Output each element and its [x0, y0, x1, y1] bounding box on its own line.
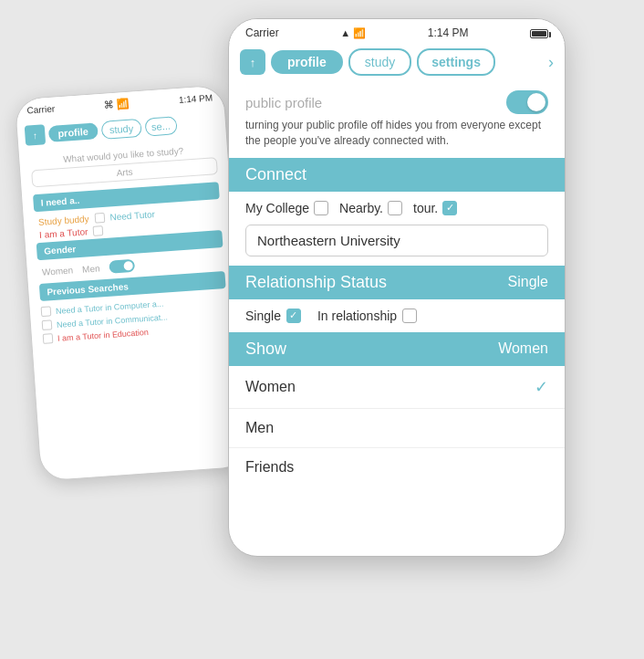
- bg-prev-label-3: I am a Tutor in Education: [57, 327, 150, 342]
- bg-women-label: Women: [42, 265, 74, 277]
- show-title: Show: [245, 340, 286, 359]
- bg-iam-tutor-checkbox[interactable]: [93, 225, 104, 236]
- privacy-text: turning your public profile off hides yo…: [229, 118, 565, 158]
- show-option-women-label: Women: [245, 379, 296, 395]
- fg-carrier: Carrier: [245, 26, 279, 39]
- bg-study-buddy-checkbox[interactable]: [94, 213, 105, 224]
- mycollege-checkbox[interactable]: [314, 201, 328, 215]
- fg-time: 1:14 PM: [428, 26, 469, 39]
- bg-men-label: Men: [82, 263, 100, 274]
- connect-section-header: Connect: [229, 158, 565, 192]
- relationship-status-header: Relationship Status Single: [229, 266, 565, 299]
- nearby-checkbox[interactable]: [388, 201, 402, 215]
- connect-tour: tour. ✓: [413, 201, 457, 215]
- rel-option-inrelationship: In relationship: [317, 309, 417, 323]
- single-checkbox[interactable]: ✓: [286, 309, 301, 323]
- show-option-men[interactable]: Men: [229, 409, 565, 448]
- fg-tab-study[interactable]: study: [348, 48, 411, 76]
- bg-carrier: Carrier: [26, 103, 55, 115]
- bg-tab-study[interactable]: study: [100, 119, 142, 140]
- show-options-list: Women ✓ Men Friends: [229, 366, 565, 486]
- university-input[interactable]: [245, 225, 548, 256]
- fg-status-bar: Carrier ▲ 📶 1:14 PM: [229, 19, 565, 43]
- fg-tab-settings[interactable]: settings: [417, 48, 495, 76]
- bg-tab-settings[interactable]: se...: [144, 116, 177, 136]
- bg-prev-checkbox-2[interactable]: [42, 319, 53, 330]
- fg-upload-icon[interactable]: ↑: [240, 49, 265, 75]
- bg-content: What would you like to study? Arts I nee…: [19, 135, 241, 355]
- inrelationship-checkbox[interactable]: [402, 309, 417, 323]
- bg-wifi-icon: ⌘ 📶: [104, 98, 130, 111]
- public-profile-row: public profile: [229, 81, 565, 118]
- inrelationship-label: In relationship: [317, 309, 397, 323]
- connect-options-row: My College Nearby. tour. ✓: [229, 192, 565, 225]
- fg-battery-icon: [530, 26, 548, 39]
- show-option-friends-label: Friends: [245, 459, 294, 476]
- mycollege-label: My College: [245, 201, 309, 215]
- relationship-status-title: Relationship Status: [245, 273, 387, 292]
- bg-iam-tutor-label: I am a Tutor: [39, 226, 88, 240]
- bg-need-tutor-label: Need Tutor: [109, 209, 155, 222]
- single-label: Single: [245, 309, 281, 323]
- bg-prev-checkbox-3[interactable]: [43, 333, 54, 344]
- nearby-label: Nearby.: [339, 201, 383, 215]
- bg-tab-profile[interactable]: profile: [48, 122, 99, 142]
- bg-time: 1:14 PM: [179, 92, 213, 105]
- fg-nav: ↑ profile study settings ›: [229, 43, 565, 81]
- show-option-women-check: ✓: [535, 377, 548, 397]
- relationship-options-row: Single ✓ In relationship: [229, 299, 565, 332]
- show-option-men-label: Men: [245, 420, 274, 436]
- fg-tab-profile[interactable]: profile: [271, 50, 343, 74]
- show-option-women[interactable]: Women ✓: [229, 366, 565, 409]
- bg-gender-toggle[interactable]: [109, 259, 135, 274]
- public-profile-toggle[interactable]: [506, 90, 548, 114]
- public-profile-label: public profile: [245, 95, 322, 110]
- bg-prev-checkbox-1[interactable]: [41, 306, 52, 317]
- foreground-phone: Carrier ▲ 📶 1:14 PM ↑ profile study sett…: [228, 18, 566, 557]
- bg-upload-icon: ↑: [25, 124, 46, 145]
- tour-checkbox[interactable]: ✓: [442, 201, 457, 215]
- tour-label: tour.: [413, 201, 438, 215]
- fg-wifi-icon: ▲ 📶: [340, 27, 366, 39]
- connect-mycollege: My College: [245, 201, 328, 215]
- show-option-friends[interactable]: Friends: [229, 448, 565, 486]
- bg-study-buddy-label: Study buddy: [38, 214, 89, 227]
- background-phone: Carrier ⌘ 📶 1:14 PM ↑ profile study se..…: [15, 84, 251, 481]
- show-current-value: Women: [498, 340, 548, 357]
- relationship-status-value: Single: [508, 274, 548, 290]
- rel-option-single: Single ✓: [245, 309, 301, 323]
- connect-nearby: Nearby.: [339, 201, 402, 215]
- show-section-header: Show Women: [229, 332, 565, 366]
- fg-chevron-icon[interactable]: ›: [548, 53, 554, 72]
